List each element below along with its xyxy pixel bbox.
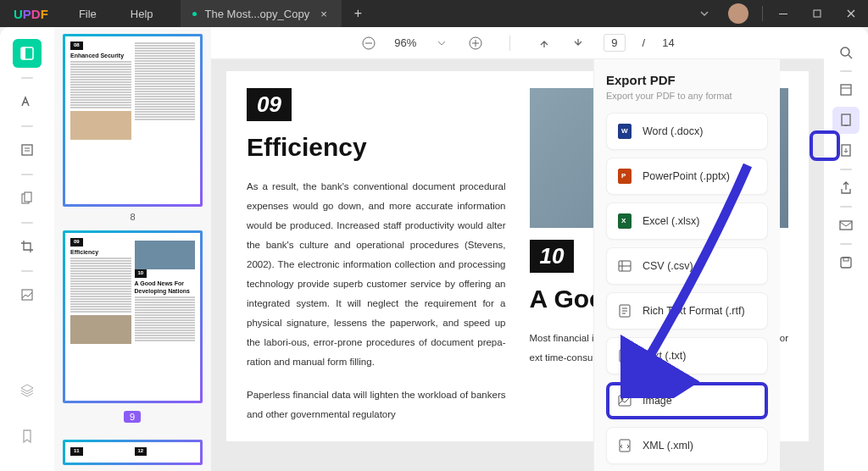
image-icon <box>617 393 632 408</box>
page-total: 14 <box>662 36 674 49</box>
zoom-out-button[interactable] <box>360 36 377 51</box>
export-powerpoint[interactable]: PPowerPoint (.pptx) <box>606 158 768 195</box>
page-input[interactable]: 9 <box>604 34 625 52</box>
csv-icon <box>617 258 632 274</box>
thumbnail-label-8: 8 <box>63 212 203 222</box>
prev-page-up-icon[interactable] <box>536 37 553 49</box>
convert-icon[interactable] <box>832 137 860 164</box>
export-excel[interactable]: XExcel (.xlsx) <box>606 202 768 240</box>
export-pdf-button[interactable] <box>832 107 860 134</box>
svg-rect-4 <box>22 145 32 155</box>
new-tab-button[interactable]: + <box>342 6 375 21</box>
svg-rect-13 <box>619 396 631 406</box>
crop-tool[interactable] <box>13 232 42 261</box>
body-text-1: As a result, the bank's conventional doc… <box>247 177 506 372</box>
thumbnails-tool[interactable] <box>13 39 42 68</box>
tab-status-dot <box>192 12 197 16</box>
minimize-button[interactable] <box>766 0 800 27</box>
pages-tool[interactable] <box>13 184 42 213</box>
user-avatar[interactable] <box>728 3 748 24</box>
export-title: Export PDF <box>606 73 768 87</box>
layers-icon[interactable] <box>13 376 42 405</box>
next-page-down-icon[interactable] <box>570 37 587 49</box>
view-toolbar: 96% 9 / 14 <box>211 27 824 59</box>
zoom-dropdown-icon[interactable] <box>433 39 450 47</box>
email-icon[interactable] <box>832 212 860 239</box>
xml-icon <box>617 438 632 453</box>
section-badge-10: 10 <box>530 240 575 273</box>
tab-close-icon[interactable]: × <box>318 8 330 20</box>
export-xml[interactable]: XML (.xml) <box>606 427 768 464</box>
word-icon: W <box>617 124 632 139</box>
svg-point-17 <box>841 47 849 56</box>
svg-rect-3 <box>21 47 25 59</box>
export-panel: Export PDF Export your PDF to any format… <box>593 59 780 471</box>
share-icon[interactable] <box>832 175 860 202</box>
page-sep: / <box>643 36 646 49</box>
thumbnails-panel: 08 Enhanced Security 8 09 Efficien <box>54 27 211 471</box>
rtf-icon <box>617 303 632 319</box>
zoom-in-button[interactable] <box>467 36 484 51</box>
menu-file[interactable]: File <box>62 8 114 20</box>
svg-rect-7 <box>22 290 32 300</box>
svg-rect-18 <box>841 85 851 95</box>
export-csv[interactable]: CSV (.csv) <box>606 247 768 285</box>
edit-tool[interactable] <box>13 136 42 164</box>
text-icon <box>617 348 632 363</box>
export-rtf[interactable]: Rich Text Format (.rtf) <box>606 292 768 330</box>
svg-rect-0 <box>779 14 787 14</box>
chevron-down-icon[interactable] <box>691 8 718 19</box>
document-tab[interactable]: The Most...opy_Copy × <box>181 0 342 27</box>
svg-rect-21 <box>840 221 852 230</box>
thumbnail-page-10[interactable]: 11 12 <box>63 440 203 465</box>
svg-rect-19 <box>842 114 850 125</box>
right-toolbar <box>824 27 868 471</box>
search-icon[interactable] <box>832 39 860 66</box>
left-toolbar <box>0 27 54 471</box>
highlight-tool[interactable] <box>13 87 42 116</box>
thumbnail-page-9[interactable]: 09 Efficiency 10 A Good News For Develop… <box>63 230 203 403</box>
close-button[interactable] <box>834 0 868 27</box>
body-text-2: Paperless financial data will lighten th… <box>247 385 506 424</box>
save-icon[interactable] <box>832 249 860 276</box>
ocr-icon[interactable] <box>832 76 860 103</box>
export-word[interactable]: WWord (.docx) <box>606 113 768 150</box>
menu-help[interactable]: Help <box>114 8 170 20</box>
thumbnail-label-9: 9 <box>124 411 141 423</box>
heading-efficiency: Efficiency <box>247 133 506 162</box>
excel-icon: X <box>617 213 632 229</box>
zoom-level: 96% <box>394 36 416 49</box>
powerpoint-icon: P <box>617 169 632 184</box>
export-subtitle: Export your PDF to any format <box>606 91 768 101</box>
maximize-button[interactable] <box>800 0 834 27</box>
form-tool[interactable] <box>13 280 42 309</box>
export-image[interactable]: Image <box>606 382 768 419</box>
svg-rect-6 <box>25 192 31 202</box>
document-viewport: 96% 9 / 14 09 Efficiency As a result, th… <box>211 27 824 471</box>
thumbnail-page-8[interactable]: 08 Enhanced Security <box>63 34 203 207</box>
tab-title: The Most...opy_Copy <box>205 8 310 20</box>
svg-rect-22 <box>841 258 851 268</box>
section-badge-09: 09 <box>247 88 292 121</box>
app-logo: UPDF <box>0 7 62 21</box>
svg-rect-1 <box>814 10 821 17</box>
export-text[interactable]: Text (.txt) <box>606 337 768 374</box>
bookmark-icon[interactable] <box>13 422 42 451</box>
svg-point-14 <box>621 398 624 401</box>
